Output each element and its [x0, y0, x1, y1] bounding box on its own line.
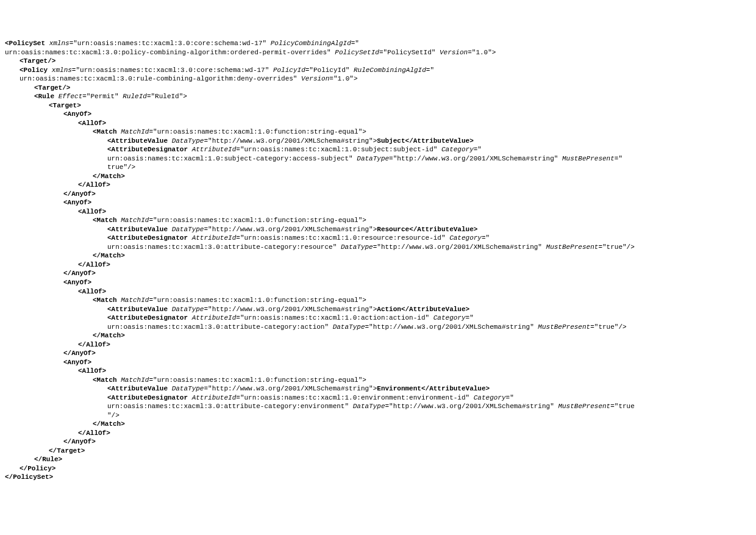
- match-close: </Match>: [5, 172, 751, 181]
- rule-open: <Rule Effect="Permit" RuleId="RuleId">: [5, 92, 751, 101]
- rule-target-close: </Target>: [5, 447, 751, 456]
- attribute-designator: <AttributeDesignator AttributeId="urn:oa…: [5, 393, 751, 403]
- anyof-close: </AnyOf>: [5, 269, 751, 278]
- anyof-open: <AnyOf>: [5, 358, 751, 367]
- policy-target: <Target/>: [5, 84, 751, 93]
- rule-target-open: <Target>: [5, 101, 751, 110]
- policyset-close: </PolicySet>: [5, 473, 751, 482]
- match-close: </Match>: [5, 420, 751, 429]
- allof-close: </AllOf>: [5, 429, 751, 438]
- policyset-target: <Target/>: [5, 57, 751, 66]
- allof-open: <AllOf>: [5, 287, 751, 296]
- anyof-close: </AnyOf>: [5, 349, 751, 358]
- attribute-designator: <AttributeDesignator AttributeId="urn:oa…: [5, 234, 751, 243]
- allof-open: <AllOf>: [5, 119, 751, 128]
- attribute-value: <AttributeValue DataType="http://www.w3.…: [5, 137, 751, 146]
- policy-open: <Policy xmlns="urn:oasis:names:tc:xacml:…: [5, 66, 751, 75]
- allof-close: </AllOf>: [5, 340, 751, 350]
- anyof-open: <AnyOf>: [5, 198, 751, 207]
- anyof-open: <AnyOf>: [5, 278, 751, 287]
- match-open: <Match MatchId="urn:oasis:names:tc:xacml…: [5, 376, 751, 385]
- allof-close: </AllOf>: [5, 260, 751, 270]
- anyof-close: </AnyOf>: [5, 190, 751, 199]
- anyof-close: </AnyOf>: [5, 437, 751, 447]
- allof-open: <AllOf>: [5, 367, 751, 376]
- allof-close: </AllOf>: [5, 181, 751, 190]
- policy-close: </Policy>: [5, 464, 751, 473]
- attribute-designator: <AttributeDesignator AttributeId="urn:oa…: [5, 145, 751, 154]
- match-open: <Match MatchId="urn:oasis:names:tc:xacml…: [5, 127, 751, 137]
- xml-code-block: <PolicySet xmlns="urn:oasis:names:tc:xac…: [5, 39, 751, 482]
- attribute-value: <AttributeValue DataType="http://www.w3.…: [5, 384, 751, 393]
- match-close: </Match>: [5, 331, 751, 340]
- attribute-designator: <AttributeDesignator AttributeId="urn:oa…: [5, 314, 751, 323]
- match-open: <Match MatchId="urn:oasis:names:tc:xacml…: [5, 216, 751, 225]
- attribute-value: <AttributeValue DataType="http://www.w3.…: [5, 225, 751, 234]
- rule-close: </Rule>: [5, 455, 751, 464]
- anyof-open: <AnyOf>: [5, 110, 751, 119]
- match-open: <Match MatchId="urn:oasis:names:tc:xacml…: [5, 296, 751, 305]
- allof-open: <AllOf>: [5, 207, 751, 217]
- match-close: </Match>: [5, 251, 751, 260]
- policyset-open: <PolicySet xmlns="urn:oasis:names:tc:xac…: [5, 39, 751, 48]
- attribute-value: <AttributeValue DataType="http://www.w3.…: [5, 305, 751, 314]
